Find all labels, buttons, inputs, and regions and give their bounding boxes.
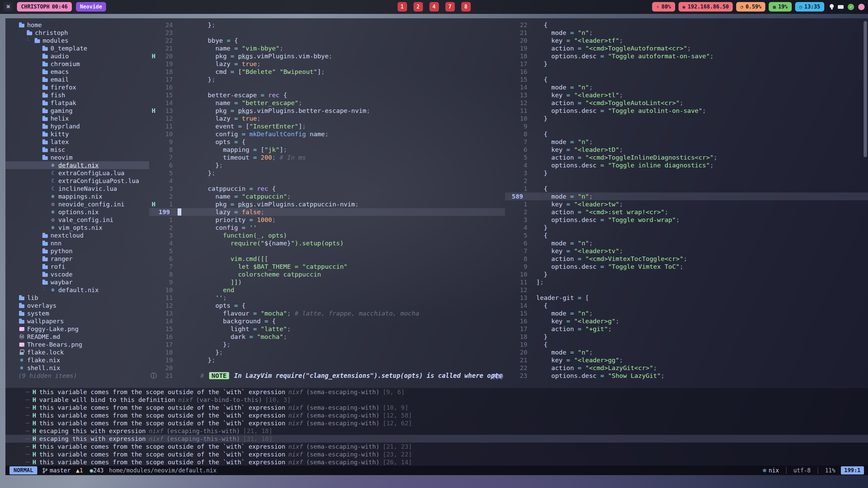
code-line[interactable]: 16 <box>149 83 505 91</box>
code-line[interactable]: 5 { <box>505 231 868 239</box>
code-line[interactable]: 1 { <box>505 185 868 192</box>
code-line[interactable]: 1 priority = 1000; <box>149 216 505 224</box>
code-line[interactable]: 19 }; <box>149 356 505 364</box>
session-badge[interactable]: CHRISTOPH 00:46 <box>17 2 72 12</box>
code-line[interactable]: 7 timeout = 200; # In ms <box>149 154 505 161</box>
code-line[interactable]: 21 name = "vim-bbye"; <box>149 44 505 52</box>
code-line[interactable]: 6 mode = "n"; <box>505 239 868 247</box>
code-line[interactable]: 18 } <box>505 333 868 341</box>
code-line[interactable]: 12 opts = { <box>149 302 505 309</box>
code-line[interactable]: 4 <box>149 177 505 185</box>
tree-folder-home[interactable]: home <box>5 21 149 29</box>
tree-folder-nextcloud[interactable]: nextcloud <box>5 231 149 239</box>
code-line[interactable]: 5 <box>149 247 505 255</box>
workspace-8[interactable]: 8 <box>461 2 471 12</box>
tree-folder-gaming[interactable]: gaming <box>5 107 149 115</box>
diagnostic-row[interactable]: ─Hthis variable comes from the scope out… <box>5 404 868 411</box>
code-line[interactable]: 17 } <box>505 60 868 68</box>
code-line[interactable]: 17 }; <box>149 341 505 348</box>
code-line[interactable]: 11 event = ["InsertEnter"]; <box>149 122 505 130</box>
workspace-2[interactable]: 2 <box>413 2 423 12</box>
code-line[interactable]: 7 let $BAT_THEME = "catppuccin" <box>149 263 505 270</box>
tree-folder-hyprland[interactable]: hyprland <box>5 122 149 130</box>
code-line[interactable]: 6 key = "<leader>tD"; <box>505 146 868 154</box>
tree-folder-nnn[interactable]: nnn <box>5 239 149 247</box>
tree-item[interactable]: ⚙neovide_config.ini <box>5 200 149 208</box>
code-line[interactable]: 14 name = "better_escape"; <box>149 99 505 107</box>
diagnostic-row[interactable]: ─Hescaping this with expressionnixf(esca… <box>5 435 868 443</box>
code-line[interactable]: 22 action = "<cmd>LazyGit<cr>"; <box>505 364 868 372</box>
code-line[interactable]: 8 mapping = ["jk"]; <box>149 146 505 154</box>
tree-folder-wallpapers[interactable]: wallpapers <box>5 317 149 325</box>
code-line[interactable]: 12 <box>505 286 868 294</box>
lightbulb-tray-icon[interactable] <box>830 4 834 8</box>
diagnostic-row[interactable]: ─Hthis variable comes from the scope out… <box>5 411 868 419</box>
code-line[interactable]: 24 }; <box>149 21 505 29</box>
tree-folder-neovim[interactable]: neovim <box>5 154 149 161</box>
code-line[interactable]: 3 function(_, opts) <box>149 231 505 239</box>
tree-folder-email[interactable]: email <box>5 76 149 83</box>
tree-item[interactable]: ❄vim_opts.nix <box>5 224 149 231</box>
code-line[interactable]: 16 dark = "mocha"; <box>149 333 505 341</box>
code-line[interactable]: 22 { <box>505 21 868 29</box>
warning-count[interactable]: ▲1 <box>76 467 83 474</box>
tree-item[interactable]: ❄flake.nix <box>5 356 149 364</box>
code-line[interactable]: 11]; <box>505 278 868 286</box>
code-line[interactable]: 19 action = "<cmd>ToggleAutoformat<cr>"; <box>505 44 868 52</box>
code-line[interactable]: 8 { <box>505 130 868 138</box>
code-line[interactable]: 20 <box>149 364 505 372</box>
tree-folder-helix[interactable]: helix <box>5 115 149 122</box>
tree-item[interactable]: ❄default.nix <box>5 161 149 169</box>
app-badge[interactable]: Neovide <box>76 2 106 12</box>
code-line[interactable]: 18 }; <box>149 348 505 356</box>
workspace-1[interactable]: 1 <box>398 2 407 12</box>
tree-folder-modules[interactable]: └modules <box>5 37 149 44</box>
filetype-indicator[interactable]: ❄ nix <box>763 467 779 474</box>
code-line[interactable]: 13leader-git = [ <box>505 294 868 302</box>
code-line[interactable]: 15 light = "latte"; <box>149 325 505 333</box>
code-line[interactable]: 10 end <box>149 286 505 294</box>
diagnostic-row[interactable]: ─Hthis variable comes from the scope out… <box>5 388 868 396</box>
code-line[interactable]: 5 action = "<cmd>ToggleInlineDiagnostics… <box>505 154 868 161</box>
tree-item[interactable]: └❄default.nix <box>5 286 149 294</box>
code-line[interactable]: 589 mode = "n"; <box>505 192 868 200</box>
hint-count[interactable]: ◉243 <box>90 467 104 474</box>
workspace-7[interactable]: 7 <box>445 2 455 12</box>
clock-pill[interactable]: ◷13:35 <box>795 2 824 12</box>
code-line[interactable]: 9 ]]) <box>149 278 505 286</box>
code-line[interactable]: 12 action = "<cmd>ToggleAutoLint<cr>"; <box>505 99 868 107</box>
code-line[interactable]: 10 } <box>505 115 868 122</box>
scrollbar-thumb[interactable] <box>864 21 867 157</box>
code-line[interactable]: 13 key = "<leader>tl"; <box>505 91 868 99</box>
code-line[interactable]: 7 key = "<leader>tv"; <box>505 247 868 255</box>
code-line[interactable]: 3 options.desc = "Toggle word-wrap"; <box>505 216 868 224</box>
tree-folder-fish[interactable]: fish <box>5 91 149 99</box>
code-line[interactable]: 2 action = "<cmd>:set wrap!<cr>"; <box>505 208 868 216</box>
tree-item[interactable]: ☾inclineNavic.lua <box>5 185 149 192</box>
memory-pill[interactable]: ▦19% <box>769 2 791 12</box>
code-line[interactable]: 1 key = "<leader>tw"; <box>505 200 868 208</box>
code-line[interactable]: 19 lazy = true; <box>149 60 505 68</box>
tree-folder-flatpak[interactable]: flatpak <box>5 99 149 107</box>
tree-folder-christoph[interactable]: christoph <box>5 29 149 37</box>
code-line[interactable]: 16 key = "<leader>g"; <box>505 317 868 325</box>
code-line[interactable]: 7 mode = "n"; <box>505 138 868 146</box>
tree-folder-python[interactable]: python <box>5 247 149 255</box>
code-line[interactable]: 3 catppuccin = rec { <box>149 185 505 192</box>
tree-item[interactable]: (9 hidden items) <box>5 372 149 380</box>
code-line[interactable]: 19 { <box>505 341 868 348</box>
code-line[interactable]: 11 ''; <box>149 294 505 302</box>
tree-item[interactable]: ❄shell.nix <box>5 364 149 372</box>
tree-folder-firefox[interactable]: firefox <box>5 83 149 91</box>
code-line[interactable]: 11 options.desc = "Toggle autolint-on-sa… <box>505 107 868 115</box>
tree-item[interactable]: ☾extraConfigLuaPost.lua <box>5 177 149 185</box>
code-line[interactable]: 4 } <box>505 224 868 231</box>
tree-folder-vscode[interactable]: vscode <box>5 270 149 278</box>
code-line[interactable]: 14 { <box>505 302 868 309</box>
code-line[interactable]: 15 { <box>505 76 868 83</box>
code-line[interactable]: 10 } <box>505 270 868 278</box>
diagnostic-row[interactable]: ─Hthis variable comes from the scope out… <box>5 419 868 427</box>
tree-folder-audio[interactable]: audio <box>5 52 149 60</box>
code-line[interactable]: 2 config = '' <box>149 224 505 231</box>
diagnostic-row[interactable]: ─Hescaping this with expressionnixf(esca… <box>5 427 868 435</box>
